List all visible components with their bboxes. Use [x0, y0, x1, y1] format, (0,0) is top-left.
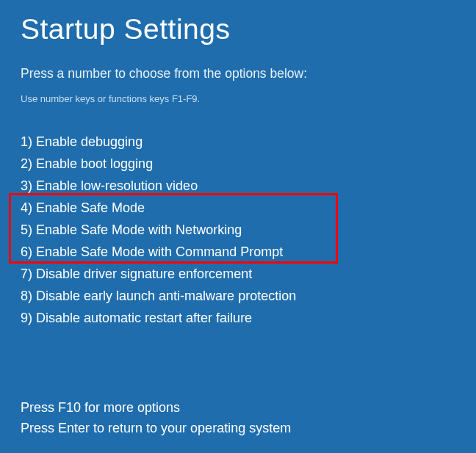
option-8-disable-anti-malware[interactable]: 8) Disable early launch anti-malware pro… — [21, 285, 455, 307]
option-9-disable-auto-restart[interactable]: 9) Disable automatic restart after failu… — [21, 307, 455, 329]
footer-enter: Press Enter to return to your operating … — [21, 418, 291, 438]
option-1-debugging[interactable]: 1) Enable debugging — [21, 131, 455, 153]
page-title: Startup Settings — [21, 13, 455, 46]
option-5-safe-mode-networking[interactable]: 5) Enable Safe Mode with Networking — [21, 219, 455, 241]
options-list: 1) Enable debugging 2) Enable boot loggi… — [21, 131, 455, 329]
subtitle-text: Press a number to choose from the option… — [21, 66, 455, 81]
footer-text: Press F10 for more options Press Enter t… — [21, 397, 291, 438]
option-4-safe-mode[interactable]: 4) Enable Safe Mode — [21, 197, 455, 219]
option-7-disable-driver-sig[interactable]: 7) Disable driver signature enforcement — [21, 263, 455, 285]
option-3-low-res-video[interactable]: 3) Enable low-resolution video — [21, 175, 455, 197]
footer-f10: Press F10 for more options — [21, 397, 291, 418]
option-6-safe-mode-cmd[interactable]: 6) Enable Safe Mode with Command Prompt — [21, 241, 455, 263]
hint-text: Use number keys or functions keys F1-F9. — [21, 93, 455, 104]
option-2-boot-logging[interactable]: 2) Enable boot logging — [21, 153, 455, 175]
